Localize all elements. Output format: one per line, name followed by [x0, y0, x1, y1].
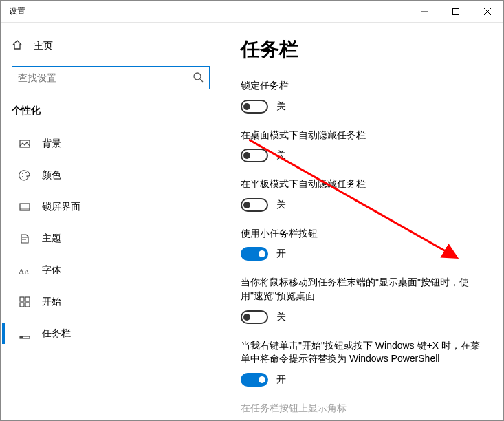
sidebar-item-background[interactable]: 背景: [12, 128, 210, 160]
toggle-state: 开: [276, 248, 286, 260]
sidebar-item-colors[interactable]: 颜色: [12, 160, 210, 191]
toggle-state: 关: [276, 149, 286, 162]
setting-label: 当你将鼠标移动到任务栏末端的"显示桌面"按钮时，使用"速览"预览桌面: [241, 276, 484, 303]
minimize-button[interactable]: [408, 1, 440, 23]
nav: 背景 颜色 锁屏界面 主题: [12, 128, 210, 349]
themes-icon: [19, 233, 31, 245]
sidebar-item-label: 颜色: [42, 169, 61, 182]
sidebar: 主页 个性化 背景 颜色: [1, 23, 221, 420]
taskbar-icon: [19, 327, 31, 340]
setting-peek-desktop: 当你将鼠标移动到任务栏末端的"显示桌面"按钮时，使用"速览"预览桌面 关: [241, 276, 484, 323]
toggle-autohide-desktop[interactable]: [241, 149, 268, 162]
sidebar-item-label: 主题: [42, 233, 61, 245]
toggle-peek-desktop[interactable]: [241, 310, 268, 324]
sidebar-item-taskbar[interactable]: 任务栏: [12, 318, 210, 349]
setting-label: 在桌面模式下自动隐藏任务栏: [241, 129, 484, 142]
setting-autohide-tablet: 在平板模式下自动隐藏任务栏 关: [241, 177, 484, 212]
svg-text:A: A: [19, 267, 24, 275]
setting-label: 在任务栏按钮上显示角标: [241, 402, 484, 415]
home-link[interactable]: 主页: [12, 34, 210, 58]
setting-label: 锁定任务栏: [241, 79, 484, 93]
svg-rect-17: [25, 303, 30, 307]
setting-small-buttons: 使用小任务栏按钮 开: [241, 227, 484, 261]
toggle-state: 关: [276, 311, 286, 323]
search-input[interactable]: [18, 72, 193, 83]
maximize-button[interactable]: [440, 1, 472, 23]
sidebar-item-label: 开始: [42, 296, 61, 308]
svg-text:A: A: [25, 269, 29, 275]
page-title: 任务栏: [241, 36, 484, 63]
svg-rect-15: [25, 297, 30, 301]
search-box[interactable]: [12, 66, 210, 89]
setting-autohide-desktop: 在桌面模式下自动隐藏任务栏 关: [241, 129, 484, 163]
section-label: 个性化: [12, 102, 210, 128]
svg-rect-11: [20, 208, 30, 210]
start-icon: [19, 296, 31, 308]
setting-label: 当我右键单击"开始"按钮或按下 Windows 键+X 时，在菜单中将命令提示符…: [241, 339, 484, 366]
sidebar-item-start[interactable]: 开始: [12, 286, 210, 318]
window-title: 设置: [9, 6, 25, 17]
main-content: 任务栏 锁定任务栏 关 在桌面模式下自动隐藏任务栏 关 在平板模式下自动隐藏任务…: [221, 23, 503, 420]
setting-powershell: 当我右键单击"开始"按钮或按下 Windows 键+X 时，在菜单中将命令提示符…: [241, 339, 484, 387]
svg-rect-1: [453, 8, 459, 14]
toggle-state: 关: [276, 199, 286, 211]
toggle-state: 关: [276, 100, 286, 113]
toggle-autohide-tablet[interactable]: [241, 198, 268, 212]
lockscreen-icon: [19, 201, 31, 213]
sidebar-item-fonts[interactable]: AA 字体: [12, 255, 210, 286]
svg-rect-19: [20, 336, 23, 338]
titlebar: 设置: [1, 1, 503, 23]
toggle-state: 开: [276, 374, 286, 386]
fonts-icon: AA: [19, 264, 31, 277]
svg-point-9: [25, 172, 27, 173]
sidebar-item-label: 背景: [42, 138, 61, 150]
sidebar-item-label: 锁屏界面: [42, 201, 80, 213]
svg-point-8: [22, 176, 23, 177]
home-icon: [12, 39, 23, 52]
toggle-powershell[interactable]: [241, 373, 268, 387]
svg-point-4: [194, 73, 201, 80]
sidebar-item-label: 任务栏: [42, 327, 71, 340]
setting-badges: 在任务栏按钮上显示角标 关: [241, 402, 484, 420]
sidebar-item-label: 字体: [42, 264, 61, 277]
search-icon: [193, 72, 204, 85]
home-label: 主页: [34, 40, 53, 52]
svg-rect-14: [20, 297, 24, 301]
setting-label: 使用小任务栏按钮: [241, 227, 484, 241]
toggle-small-buttons[interactable]: [241, 247, 268, 261]
setting-label: 在平板模式下自动隐藏任务栏: [241, 177, 484, 191]
background-icon: [19, 138, 31, 150]
toggle-lock-taskbar[interactable]: [241, 100, 268, 114]
svg-point-7: [22, 173, 23, 174]
sidebar-item-lockscreen[interactable]: 锁屏界面: [12, 191, 210, 223]
setting-lock-taskbar: 锁定任务栏 关: [241, 79, 484, 114]
close-button[interactable]: [472, 1, 503, 23]
svg-rect-16: [20, 303, 24, 307]
window-controls: [408, 1, 503, 23]
sidebar-item-themes[interactable]: 主题: [12, 223, 210, 255]
svg-line-5: [200, 79, 203, 82]
palette-icon: [19, 169, 31, 182]
